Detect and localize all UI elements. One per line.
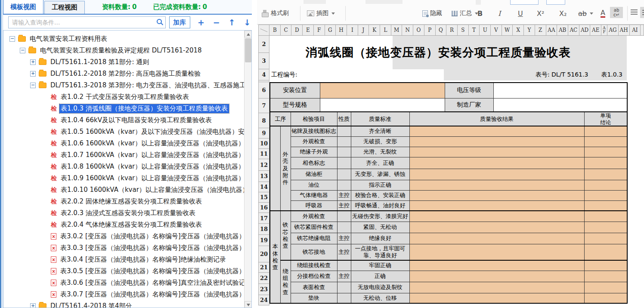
column-header[interactable]: AA — [546, 25, 557, 36]
tree-item[interactable]: 检 表1.0.4 66kV及以下电阻器安装分项工程质量验收表 — [3, 114, 245, 126]
group-shell[interactable]: 外壳 及附 件 — [280, 126, 291, 211]
cell-conclusion[interactable] — [584, 293, 627, 303]
cell-nature[interactable] — [337, 293, 351, 303]
row-header[interactable]: 24 — [258, 295, 269, 305]
cell-item[interactable]: 相色标志 — [291, 157, 337, 169]
cell-item[interactable]: 铁芯绝缘电阻 — [291, 233, 337, 244]
cell-standard[interactable]: 齐全清晰 — [351, 126, 409, 136]
tree-scrollbar[interactable] — [244, 31, 251, 308]
expand-icon[interactable]: + — [30, 303, 36, 308]
select-all-corner[interactable] — [258, 25, 269, 36]
cell-nature[interactable] — [337, 136, 351, 147]
collapse-icon[interactable]: − — [30, 83, 36, 88]
add-node-button[interactable]: + — [196, 18, 206, 27]
tree-item[interactable]: x 表3.0.6 [变压器（油浸电抗器）名称编号]真空注油及密封试验记 — [3, 277, 245, 289]
column-header[interactable]: AB — [557, 25, 568, 36]
cell-result[interactable] — [409, 260, 584, 271]
row-header[interactable]: 6 — [258, 82, 269, 99]
cell-conclusion[interactable] — [584, 200, 627, 211]
cell-result[interactable] — [409, 180, 584, 190]
column-header[interactable]: O — [413, 25, 424, 36]
row-header[interactable]: 23 — [258, 284, 269, 295]
cell-item[interactable]: 呼吸器 — [291, 200, 337, 211]
column-header[interactable]: U — [480, 25, 491, 36]
column-header[interactable]: AG — [607, 25, 619, 36]
cell-conclusion[interactable] — [584, 157, 627, 169]
summary-button[interactable]: 汇总 — [452, 9, 478, 17]
column-header[interactable]: I — [347, 25, 358, 36]
column-header[interactable]: K — [369, 25, 380, 36]
cell-standard[interactable]: 一点接地，且牢固可靠、导通良好 — [351, 244, 409, 260]
column-header[interactable]: AE — [590, 25, 601, 36]
tree-item[interactable]: − 电气装置安装工程质量检验及评定规程 DL/T5161-2018 — [3, 45, 245, 56]
cell-item[interactable]: 油位 — [291, 180, 337, 190]
cell-conclusion[interactable] — [584, 147, 627, 157]
cell-standard[interactable]: 齐全、正确 — [351, 157, 409, 169]
font-size-box[interactable] — [546, 0, 565, 5]
expand-icon[interactable]: + — [30, 59, 36, 65]
row-header[interactable]: 2 — [258, 36, 269, 53]
font-color-button[interactable]: A — [601, 9, 605, 18]
tab-project-view[interactable]: 工程视图 — [44, 1, 85, 14]
column-header[interactable]: G — [325, 25, 336, 36]
column-header[interactable]: N — [402, 25, 413, 36]
column-header[interactable]: AH — [619, 25, 630, 36]
cell-result[interactable] — [409, 190, 584, 200]
cell-nature[interactable] — [337, 282, 351, 293]
row-header[interactable]: 22 — [258, 273, 269, 284]
process-group-empty[interactable] — [270, 126, 280, 211]
cell-result[interactable] — [409, 147, 584, 157]
cell-nature[interactable] — [337, 260, 351, 271]
model-spec-value[interactable] — [320, 98, 445, 112]
tree-item[interactable]: 检 表1.0.5 1600kVA（kvar）及以下油浸变压器（油浸电抗器）安装 — [3, 126, 245, 138]
install-position-label[interactable]: 安装位置 — [270, 83, 320, 98]
tree-item[interactable]: x 表3.0.5 [变压器（油浸电抗器）名称编号]变压器（油浸电抗器） — [3, 265, 245, 277]
tree-item-selected[interactable]: 检 表1.0.3 消弧线圈（接地变压器）安装分项工程质量验收表 — [3, 103, 245, 114]
column-header[interactable]: X — [513, 25, 524, 36]
row-header[interactable]: 21 — [258, 262, 269, 273]
manufacturer-label[interactable]: 制造厂家 — [445, 98, 493, 112]
expand-icon[interactable]: + — [30, 71, 36, 77]
cell-standard[interactable]: 无松动、位移 — [351, 293, 409, 303]
cell-nature[interactable] — [337, 180, 351, 190]
format-painter-button[interactable]: 格式刷 — [261, 9, 289, 17]
cell-item[interactable]: 储油柜 — [291, 169, 337, 180]
column-header[interactable]: F — [314, 25, 325, 36]
superscript-button[interactable]: X² — [537, 9, 544, 18]
row-header[interactable]: 19 — [258, 235, 269, 246]
column-header[interactable]: T — [469, 25, 480, 36]
cell-conclusion[interactable] — [584, 260, 627, 271]
cell-item[interactable]: 表面检查 — [291, 282, 337, 293]
cell-result[interactable] — [409, 200, 584, 211]
column-header[interactable]: Z — [535, 25, 546, 36]
add-library-button[interactable]: 加库 — [169, 16, 190, 28]
row-header[interactable]: 4 — [258, 69, 269, 80]
cell-result[interactable] — [409, 136, 584, 147]
cell-result[interactable] — [409, 244, 584, 260]
tree-item[interactable]: 检 表1.0.9 1600kVA（kvar）以上容量油浸变压器（油浸电抗器）注 — [3, 172, 245, 184]
row-header[interactable]: 15 — [258, 192, 269, 203]
row-header[interactable]: 7 — [258, 99, 269, 113]
search-icon[interactable] — [157, 19, 162, 24]
cell-standard[interactable]: 正确 — [351, 271, 409, 282]
cell-standard[interactable]: 无碰伤变形、漆膜完好 — [351, 211, 409, 222]
voltage-level-value[interactable] — [493, 83, 627, 98]
cell-standard[interactable]: 无变形、渗漏、锈蚀 — [351, 169, 409, 180]
cell-item[interactable]: 外观检查 — [291, 211, 337, 222]
header-conclusion[interactable]: 单项 结论 — [584, 112, 627, 126]
cell-nature[interactable]: 主控 — [337, 200, 351, 211]
cell-standard[interactable]: 呼吸畅通、油封良好 — [351, 200, 409, 211]
row-header[interactable]: 9 — [258, 128, 269, 139]
cell-nature[interactable]: 主控 — [337, 233, 351, 244]
tree-item[interactable]: + DL/T5161.2-2018 第2部分: 高压电器施工质量检验 — [3, 68, 245, 80]
cell-result[interactable] — [409, 211, 584, 222]
column-header[interactable]: L — [380, 25, 391, 36]
group-winding[interactable]: 绕组 检查 — [280, 260, 291, 303]
cell-result[interactable] — [409, 233, 584, 244]
subscript-button[interactable]: X₂ — [559, 9, 567, 18]
cell-item[interactable]: 铁芯紧固件检查 — [291, 222, 337, 233]
wrap-text-button[interactable]: ab c↵ — [610, 7, 623, 18]
cell-item[interactable]: 气体继电器 — [291, 190, 337, 200]
search-input[interactable] — [9, 17, 165, 28]
cell-item[interactable]: 铭牌及接线图标志 — [291, 126, 337, 136]
